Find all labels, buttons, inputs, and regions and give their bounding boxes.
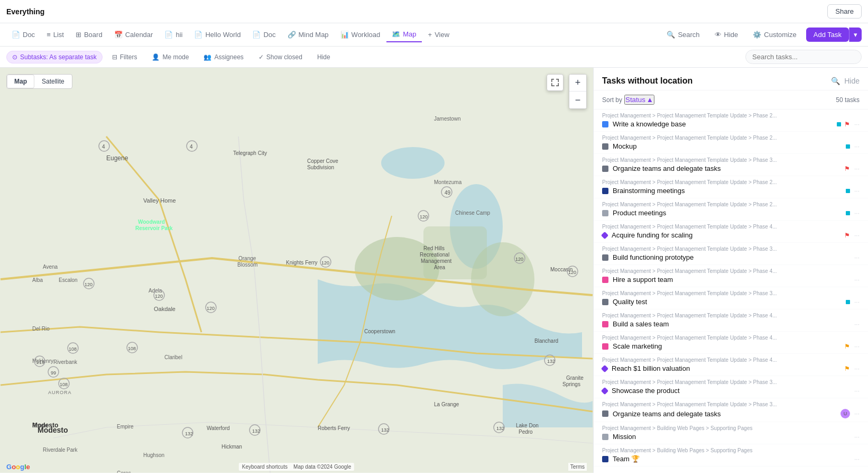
task-item[interactable]: Project Management > Project Management … xyxy=(594,287,868,309)
hide-button[interactable]: 👁 Hide xyxy=(709,28,744,42)
task-action-button[interactable]: ··· xyxy=(854,165,860,172)
task-row: Mission··· xyxy=(602,433,860,441)
add-task-button[interactable]: Add Task xyxy=(806,28,849,42)
task-item[interactable]: Project Management > Project Management … xyxy=(594,309,868,332)
task-item[interactable]: Project Management > Project Management … xyxy=(594,221,868,243)
task-item[interactable]: Project Management > Project Management … xyxy=(594,398,868,422)
subtasks-filter[interactable]: ⊙ Subtasks: As separate task xyxy=(6,51,103,63)
share-button[interactable]: Share xyxy=(827,4,862,19)
sort-status-button[interactable]: Status ▲ xyxy=(624,95,654,105)
satellite-view-button[interactable]: Satellite xyxy=(34,75,72,88)
task-item[interactable]: Project Management > Project Management … xyxy=(594,332,868,354)
task-item[interactable]: Project Management > Project Management … xyxy=(594,176,868,198)
panel-hide-button[interactable]: Hide xyxy=(844,77,860,85)
tab-hii[interactable]: 📄 hii xyxy=(159,28,188,42)
tab-add-view[interactable]: + View xyxy=(423,28,455,42)
task-item[interactable]: Project Management > Building Web Pages … xyxy=(594,422,868,444)
task-action-button[interactable]: ··· xyxy=(854,298,860,306)
task-breadcrumb: Project Management > Project Management … xyxy=(602,179,860,185)
tab-list[interactable]: ≡ List xyxy=(41,28,69,42)
filters-button[interactable]: ⊟ Filters xyxy=(107,51,143,63)
task-name: Quality test xyxy=(613,298,842,306)
task-action-button[interactable]: ··· xyxy=(854,187,860,195)
zoom-out-button[interactable]: − xyxy=(569,92,586,108)
map-area[interactable]: Eugene Avena Alba Escalon Valley Home Or… xyxy=(0,68,593,473)
panel-search-button[interactable]: 🔍 xyxy=(831,77,840,85)
task-status-dot xyxy=(602,121,608,127)
tab-mind-map[interactable]: 🔗 Mind Map xyxy=(282,28,334,42)
tab-board[interactable]: ⊞ Board xyxy=(70,28,108,42)
task-action-button[interactable]: ··· xyxy=(854,343,860,350)
top-bar-left: Everything xyxy=(6,7,44,16)
task-row: Team 🏆··· xyxy=(602,455,860,463)
svg-text:Roberts Ferry: Roberts Ferry xyxy=(318,425,350,431)
task-item[interactable]: Project Management > Project Management … xyxy=(594,198,868,221)
task-action-button[interactable]: ··· xyxy=(854,143,860,150)
task-name: Write a knowledge base xyxy=(613,120,833,128)
task-breadcrumb: Project Management > Project Management … xyxy=(602,113,860,118)
task-count: 50 tasks xyxy=(836,96,860,104)
google-logo: Google xyxy=(6,463,30,471)
svg-text:Eugene: Eugene xyxy=(106,154,128,162)
svg-text:219: 219 xyxy=(36,360,44,365)
tab-calendar[interactable]: 📅 Calendar xyxy=(109,28,159,42)
task-action-button[interactable]: ··· xyxy=(854,321,860,328)
task-status-dot xyxy=(602,143,608,150)
panel-header: Tasks without location 🔍 Hide xyxy=(594,68,868,90)
add-task-dropdown-button[interactable]: ▾ xyxy=(849,28,862,42)
sort-by: Sort by Status ▲ xyxy=(602,95,654,105)
task-action-button[interactable]: ··· xyxy=(854,433,860,441)
svg-text:Recreational: Recreational xyxy=(420,252,449,258)
task-action-button[interactable]: ··· xyxy=(854,455,860,463)
task-item[interactable]: Project Management > Project Management … xyxy=(594,376,868,398)
task-action-button[interactable]: ··· xyxy=(854,121,860,128)
task-item[interactable]: Project Management > Project Management … xyxy=(594,132,868,154)
task-action-button[interactable]: ··· xyxy=(854,365,860,372)
task-action-button[interactable]: ··· xyxy=(854,254,860,261)
tab-doc[interactable]: 📄 Doc xyxy=(6,28,40,42)
svg-text:Chinese Camp: Chinese Camp xyxy=(455,210,491,216)
fullscreen-button[interactable] xyxy=(547,74,564,91)
task-item[interactable]: Project Management > Project Management … xyxy=(594,354,868,376)
task-name: Organize teams and delegate tasks xyxy=(613,165,840,172)
task-row: Organize teams and delegate tasks⚑··· xyxy=(602,165,860,172)
task-breadcrumb: Project Management > Project Management … xyxy=(602,224,860,230)
tab-workload[interactable]: 📊 Workload xyxy=(335,28,386,42)
hide-filter-button[interactable]: Hide xyxy=(312,51,336,63)
assignees-button[interactable]: 👥 Assignees xyxy=(198,51,248,63)
map-view-button[interactable]: Map xyxy=(7,75,34,88)
task-action-button[interactable]: ··· xyxy=(854,410,860,417)
show-closed-button[interactable]: ✓ Show closed xyxy=(253,51,308,63)
task-row: Reach $1 billion valuation⚑··· xyxy=(602,364,860,372)
svg-text:Blanchard: Blanchard xyxy=(534,338,558,344)
red-flag-icon: ⚑ xyxy=(844,165,850,172)
tab-doc2[interactable]: 📄 Doc xyxy=(247,28,281,42)
task-item[interactable]: Project Management > Project Management … xyxy=(594,243,868,265)
svg-text:Claribel: Claribel xyxy=(164,354,182,360)
zoom-in-button[interactable]: + xyxy=(569,75,586,92)
task-action-button[interactable]: ··· xyxy=(854,387,860,395)
task-action-button[interactable]: ··· xyxy=(854,209,860,217)
task-item[interactable]: Project Management > Project Management … xyxy=(594,265,868,287)
tab-hello-world[interactable]: 📄 Hello World xyxy=(189,28,246,42)
svg-text:132: 132 xyxy=(252,428,260,434)
task-item[interactable]: Project Management > Building Web Pages … xyxy=(594,444,868,467)
doc-icon: 📄 xyxy=(12,31,20,39)
task-action-button[interactable]: ··· xyxy=(854,232,860,239)
me-mode-button[interactable]: 👤 Me mode xyxy=(146,51,194,63)
customize-button[interactable]: ⚙️ Customize xyxy=(747,28,801,42)
search-button[interactable]: 🔍 Search xyxy=(661,28,705,42)
svg-text:108: 108 xyxy=(60,382,68,387)
panel-header-icons: 🔍 Hide xyxy=(831,77,860,85)
task-item[interactable]: Project Management > Project Management … xyxy=(594,154,868,176)
svg-text:Red Hills: Red Hills xyxy=(423,245,445,251)
search-tasks-input[interactable] xyxy=(745,50,862,64)
task-action-button[interactable]: ··· xyxy=(854,276,860,284)
map-terms[interactable]: Terms xyxy=(568,463,587,471)
task-item[interactable]: Project Management > Project Management … xyxy=(594,109,868,132)
cyan-indicator xyxy=(846,144,850,149)
cyan-indicator xyxy=(846,189,850,193)
cyan-indicator xyxy=(846,211,850,215)
tab-map[interactable]: 🗺️ Map xyxy=(386,27,421,42)
keyboard-shortcuts-link[interactable]: Keyboard shortcuts xyxy=(242,464,288,470)
